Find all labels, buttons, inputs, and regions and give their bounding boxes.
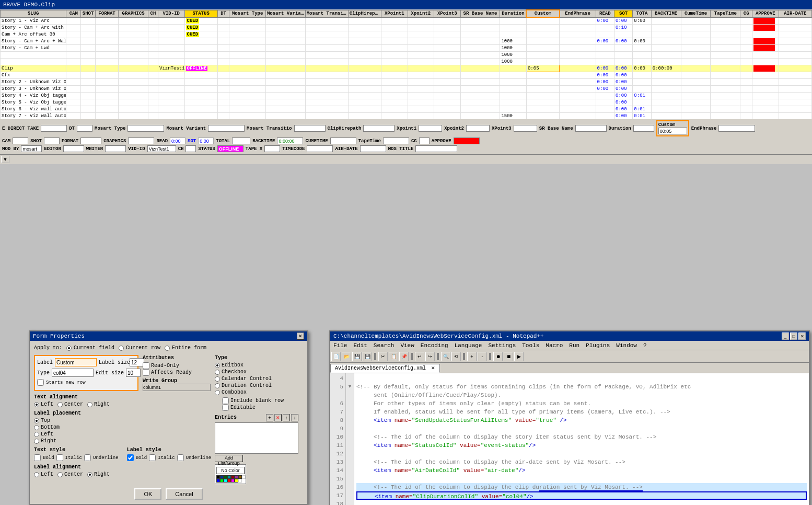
- ch-input[interactable]: [185, 145, 196, 152]
- dt-input[interactable]: [77, 125, 92, 132]
- color-magenta[interactable]: [231, 479, 235, 483]
- toolbar-record-macro[interactable]: ⏺: [493, 352, 503, 361]
- airdate-input[interactable]: [360, 145, 386, 152]
- srbasename-input[interactable]: [575, 125, 607, 132]
- menu-settings[interactable]: Settings: [485, 341, 519, 350]
- placement-left-radio[interactable]: [34, 432, 39, 437]
- cancel-button[interactable]: Cancel: [166, 488, 202, 500]
- toolbar-new[interactable]: 📄: [331, 352, 341, 361]
- type-checkbox-radio[interactable]: [215, 370, 220, 375]
- color-brown[interactable]: [238, 475, 242, 479]
- npp-tab-xml[interactable]: AvidInewsWebServiceConfig.xml ✕: [330, 364, 440, 373]
- type-editbox-radio[interactable]: [215, 363, 220, 368]
- toolbar-undo[interactable]: ↩: [415, 352, 424, 361]
- toolbar-play-macro[interactable]: ▶: [514, 352, 524, 361]
- include-blank-checkbox[interactable]: [222, 397, 229, 404]
- lalign-left-radio[interactable]: [34, 472, 39, 477]
- text-bold-checkbox[interactable]: [34, 454, 41, 461]
- xpoint1-input[interactable]: [419, 125, 442, 132]
- color-white2[interactable]: [238, 479, 242, 483]
- label-field-input[interactable]: [55, 358, 97, 366]
- table-row[interactable]: Gfx 0:00 0:00: [1, 72, 812, 78]
- toolbar-redo[interactable]: ↪: [425, 352, 435, 361]
- format-input2[interactable]: [80, 137, 101, 144]
- tape-input[interactable]: [264, 145, 280, 152]
- lalign-center-radio[interactable]: [57, 472, 63, 477]
- toolbar-save-all[interactable]: 💾: [363, 352, 372, 361]
- align-center-radio[interactable]: [57, 402, 63, 407]
- toolbar-zoom-in[interactable]: +: [467, 352, 477, 361]
- menu-help[interactable]: ?: [640, 341, 650, 350]
- direct-take-input[interactable]: [41, 125, 67, 132]
- fold-5[interactable]: ▼: [347, 383, 353, 391]
- menu-language[interactable]: Language: [451, 341, 485, 350]
- type-duration-radio[interactable]: [215, 383, 220, 388]
- color-white[interactable]: [242, 475, 246, 479]
- toolbar-open[interactable]: 📂: [342, 352, 351, 361]
- placement-top-radio[interactable]: [34, 418, 39, 423]
- color-blue[interactable]: [216, 479, 220, 483]
- table-row[interactable]: Story 7 - Viz wall auto offset 1500 0:00…: [1, 112, 812, 119]
- table-row[interactable]: Cam + Arc offset 30 CUED: [1, 31, 812, 38]
- cam-input2[interactable]: [13, 137, 28, 144]
- toolbar-paste[interactable]: 📌: [399, 352, 409, 361]
- color-darkred[interactable]: [231, 475, 235, 479]
- table-row[interactable]: Story 3 - Unknown Viz Obj 0:00 0:00: [1, 85, 812, 92]
- table-row[interactable]: Clip ViznTest1 OFFLINE 0:05 0:00 0:00 0:…: [1, 65, 812, 72]
- table-row[interactable]: Story - Cam + Arc with flowic CUED 0:10: [1, 24, 812, 31]
- mostitle-input[interactable]: [415, 145, 457, 152]
- approve-input2[interactable]: [454, 137, 480, 144]
- toolbar-cut[interactable]: ✂: [378, 352, 388, 361]
- toolbar-find[interactable]: 🔍: [441, 352, 450, 361]
- color-cyan[interactable]: [224, 479, 227, 483]
- type-field-input[interactable]: [52, 369, 94, 377]
- toolbar-save[interactable]: 💾: [352, 352, 362, 361]
- color-teal[interactable]: [227, 475, 231, 479]
- read-input2[interactable]: [170, 137, 185, 144]
- placement-bottom-radio[interactable]: [34, 425, 39, 430]
- shot-input2[interactable]: [44, 137, 60, 144]
- menu-edit[interactable]: Edit: [350, 341, 370, 350]
- menu-search[interactable]: Search: [370, 341, 398, 350]
- status-input3[interactable]: [217, 145, 243, 152]
- color-yellow[interactable]: [235, 479, 238, 483]
- npp-close-btn[interactable]: ✕: [798, 332, 806, 340]
- entries-down-btn[interactable]: ↓: [291, 414, 298, 421]
- color-red[interactable]: [227, 479, 231, 483]
- xpoint3-input[interactable]: [514, 125, 537, 132]
- code-area[interactable]: <!-- By default, only status for items c…: [354, 373, 809, 505]
- expand-button[interactable]: ▼: [1, 156, 9, 163]
- color-darkblue[interactable]: [220, 475, 224, 479]
- readonly-checkbox[interactable]: [143, 362, 149, 369]
- entries-list[interactable]: [215, 422, 298, 454]
- text-underline-checkbox[interactable]: [84, 454, 91, 461]
- dialog-close-button[interactable]: ✕: [297, 332, 304, 340]
- text-italic-checkbox[interactable]: [56, 454, 63, 461]
- toolbar-replace[interactable]: ⟲: [451, 352, 461, 361]
- table-row[interactable]: Story - Cam + Lwd 1000: [1, 44, 812, 51]
- label-size-input[interactable]: [130, 358, 144, 366]
- endphrase-input[interactable]: [718, 125, 755, 132]
- custom-input[interactable]: [658, 128, 687, 134]
- type-calendar-radio[interactable]: [215, 376, 220, 382]
- editor-input[interactable]: [63, 145, 84, 152]
- table-row[interactable]: Story 4 - Viz Obj tagged as 0:00 0:01: [1, 92, 812, 99]
- mosart-transition-input[interactable]: [294, 125, 326, 132]
- cliphirepath-input[interactable]: [363, 125, 395, 132]
- menu-run[interactable]: Run: [566, 341, 583, 350]
- graphics-input2[interactable]: [128, 137, 154, 144]
- toolbar-zoom-out[interactable]: -: [478, 352, 487, 361]
- affects-ready-checkbox[interactable]: [143, 369, 149, 376]
- entries-delete-btn[interactable]: ✕: [274, 414, 282, 421]
- align-left-radio[interactable]: [34, 402, 39, 407]
- color-darkgreen[interactable]: [224, 475, 227, 479]
- toolbar-stop-macro[interactable]: ⏹: [504, 352, 513, 361]
- vidid-input[interactable]: [147, 145, 176, 152]
- table-row[interactable]: Story 5 - Viz Obj tagged as 0:00: [1, 99, 812, 106]
- sot-input2[interactable]: [198, 137, 214, 144]
- menu-plugins[interactable]: Plugins: [583, 341, 613, 350]
- type-combobox-radio[interactable]: [215, 390, 220, 395]
- add-list-group-btn[interactable]: Add List/Group: [215, 455, 243, 462]
- menu-view[interactable]: View: [397, 341, 417, 350]
- mosart-type-input[interactable]: [127, 125, 164, 132]
